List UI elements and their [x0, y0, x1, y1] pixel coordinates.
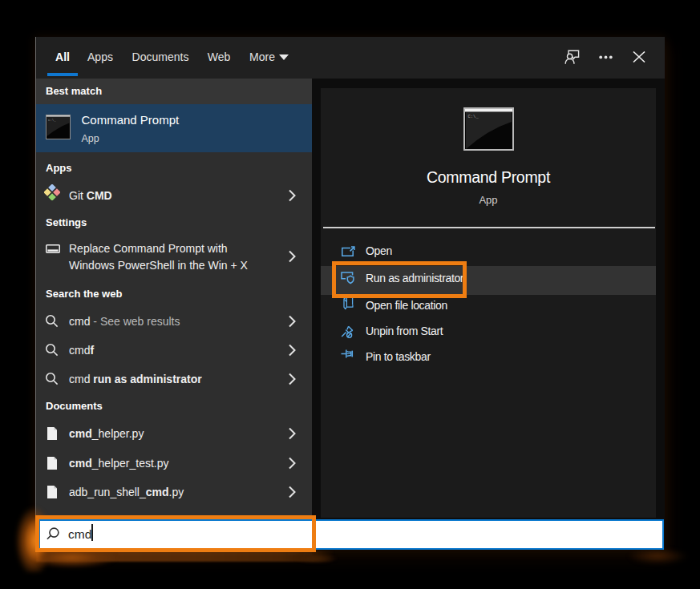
svg-text:C:\_: C:\_: [48, 119, 56, 122]
svg-text:C:\_: C:\_: [468, 114, 479, 119]
